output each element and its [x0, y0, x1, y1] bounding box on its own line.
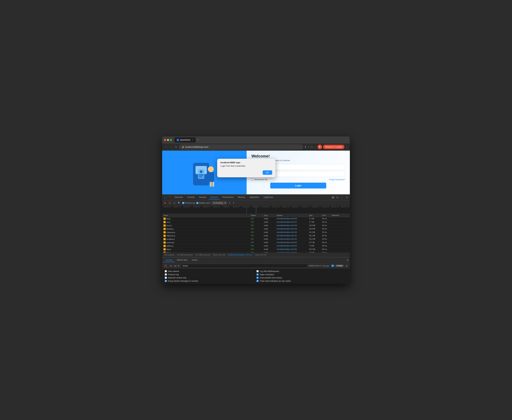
- cell-size-2: 15.0 kB: [308, 224, 321, 227]
- network-row-9[interactable]: J http.js 200 script translateSandbox.ht…: [162, 248, 350, 251]
- import-button[interactable]: ⬇: [228, 202, 231, 204]
- group-similar-checkbox[interactable]: [165, 280, 167, 282]
- file-icon-3: J: [163, 228, 166, 230]
- cell-initiator-4: translateSandbox.html:60: [275, 231, 308, 234]
- cell-size-4: 41.9 kB: [308, 231, 321, 234]
- forward-button[interactable]: →: [169, 145, 173, 149]
- eager-eval-checkbox[interactable]: [256, 273, 259, 276]
- tab-memory[interactable]: Memory: [236, 195, 247, 199]
- disable-cache-checkbox[interactable]: [196, 202, 198, 204]
- preserve-log-console-checkbox[interactable]: [165, 273, 167, 276]
- tab-close-button[interactable]: ✕: [192, 139, 193, 141]
- relaunch-button[interactable]: Relaunch to update: [323, 145, 344, 149]
- preserve-log-option[interactable]: Preserve log: [165, 273, 256, 276]
- console-filter-button[interactable]: ⊟: [169, 264, 173, 268]
- devtools-panel: ⬚ 📱 Elements Console Sources Network Per…: [162, 194, 350, 284]
- export-button[interactable]: ⬆: [232, 202, 235, 204]
- network-row-3[interactable]: J identity.js 200 script translateSandbo…: [162, 227, 350, 231]
- tab-elements[interactable]: Elements: [173, 195, 185, 199]
- tab-console[interactable]: Console: [185, 195, 196, 199]
- tab-performance[interactable]: Performance: [220, 195, 235, 199]
- autocomplete-checkbox[interactable]: [256, 277, 259, 279]
- devtools-settings-button[interactable]: ⚙: [335, 195, 339, 199]
- selected-context-checkbox[interactable]: [165, 277, 167, 279]
- treat-code-option[interactable]: Treat code evaluation as user action: [256, 280, 347, 282]
- new-tab-button[interactable]: +: [196, 138, 200, 142]
- maximize-window-button[interactable]: [170, 139, 172, 141]
- console-levels[interactable]: Default levels ▾: [309, 265, 321, 267]
- devtools-device-button[interactable]: 📱: [168, 195, 172, 199]
- col-status: Status: [249, 214, 263, 217]
- back-button[interactable]: ←: [164, 145, 168, 149]
- log-xml-option[interactable]: Log XMLHttpRequests: [256, 270, 347, 272]
- record-button[interactable]: ⏺: [163, 202, 167, 204]
- clear-button[interactable]: 🚫: [168, 202, 172, 204]
- group-similar-option[interactable]: Group similar messages in console: [165, 280, 256, 282]
- cell-waterfall-0: [331, 217, 350, 220]
- network-row-5[interactable]: J rdfparser.js 200 script translateSandb…: [162, 234, 350, 238]
- eager-eval-option[interactable]: Eager evaluation: [256, 273, 347, 276]
- extensions-icon[interactable]: ⬡: [311, 145, 313, 149]
- tab-sources[interactable]: Sources: [197, 195, 208, 199]
- console-tab-console[interactable]: Console: [163, 258, 174, 262]
- console-settings-button[interactable]: ⚙: [345, 264, 349, 268]
- network-row-6[interactable]: J serialize.js 200 script translateSandb…: [162, 238, 350, 241]
- address-field[interactable]: 🔒 localhost:8080/login.html: [179, 145, 303, 149]
- active-tab[interactable]: SplashDash ✕: [174, 137, 196, 142]
- console-clear-button[interactable]: 🚫: [163, 264, 168, 268]
- tl-7: 800000 ms: [231, 206, 241, 208]
- remember-me-checkbox[interactable]: [251, 179, 254, 180]
- network-row-0[interactable]: J init.js 200 script translateSandbox.ht…: [162, 217, 350, 220]
- hide-network-checkbox[interactable]: [165, 270, 167, 272]
- reload-button[interactable]: ↻: [174, 145, 178, 149]
- network-row-1[interactable]: J uri.js 200 script translateSandbox.htm…: [162, 220, 350, 224]
- selected-context-option[interactable]: Selected context only: [165, 277, 256, 279]
- network-table-header: Name Status Type Initiator Size Time Wat…: [162, 214, 350, 217]
- cell-initiator-9: translateSandbox.html:65: [275, 248, 308, 251]
- console-tab-issues[interactable]: Issues: [190, 258, 200, 262]
- minimize-window-button[interactable]: [167, 139, 169, 141]
- devtools-more-button[interactable]: ⋮: [340, 195, 344, 199]
- cell-type-3: script: [263, 227, 275, 231]
- autocomplete-option[interactable]: Autocomplete from history: [256, 277, 347, 279]
- tab-application[interactable]: Application: [248, 195, 261, 199]
- throttle-select[interactable]: No throttling: [211, 201, 227, 204]
- forgot-password-link[interactable]: Forgot Password?: [329, 179, 345, 181]
- filter-button[interactable]: ⊟: [173, 202, 176, 204]
- console-issues-badge[interactable]: 1: [331, 265, 334, 267]
- remember-me-label[interactable]: Remember Me: [251, 179, 267, 181]
- devtools-close-button[interactable]: ✕: [345, 195, 349, 199]
- cell-initiator-0: translateSandbox.html:56: [275, 217, 308, 220]
- close-window-button[interactable]: [164, 139, 166, 141]
- disable-cache-label[interactable]: Disable cache: [196, 202, 210, 204]
- network-row-7[interactable]: J schema.js 200 script translateSandbox.…: [162, 241, 350, 244]
- network-row-4[interactable]: J n3parser.js 200 script translateSandbo…: [162, 231, 350, 234]
- network-row-8[interactable]: J utilities.js 200 script translateSandb…: [162, 244, 350, 248]
- network-row-10[interactable]: J http.js 200 script translateSandbox.ht…: [162, 251, 350, 253]
- menu-icon[interactable]: ⋮: [345, 145, 348, 149]
- console-close-button[interactable]: ✕: [346, 259, 349, 262]
- treat-code-checkbox[interactable]: [256, 280, 259, 282]
- tab-network[interactable]: Network: [209, 195, 220, 199]
- console-drawer: Console What's New Issues ✕ 🚫 ⊟ top 👁 De…: [162, 257, 350, 284]
- console-tab-whats-new[interactable]: What's New: [175, 258, 189, 262]
- profile-button[interactable]: E: [317, 145, 322, 149]
- share-icon[interactable]: ⬆: [304, 145, 307, 149]
- login-button[interactable]: Login: [270, 183, 326, 188]
- cell-type-9: script: [263, 248, 275, 251]
- devtools-inspect-button[interactable]: ⬚: [163, 195, 167, 199]
- bookmark-icon[interactable]: ☆: [308, 145, 310, 149]
- log-xml-checkbox[interactable]: [256, 270, 259, 272]
- console-input[interactable]: [181, 264, 308, 268]
- preserve-log-checkbox[interactable]: [182, 202, 184, 204]
- tab-lighthouse[interactable]: Lighthouse: [262, 195, 275, 199]
- more-icon[interactable]: ⋮: [314, 145, 316, 149]
- console-hidden-badge: 1 hidden: [335, 265, 344, 267]
- alert-ok-button[interactable]: OK: [263, 170, 272, 175]
- file-icon-7: J: [163, 241, 166, 244]
- network-row-2[interactable]: J term.js 200 script translateSandbox.ht…: [162, 224, 350, 227]
- cell-time-0: 33 ms: [321, 217, 331, 220]
- hide-network-option[interactable]: Hide network: [165, 270, 256, 272]
- search-button[interactable]: 🔍: [177, 202, 181, 204]
- preserve-log-label[interactable]: Preserve log: [182, 202, 195, 204]
